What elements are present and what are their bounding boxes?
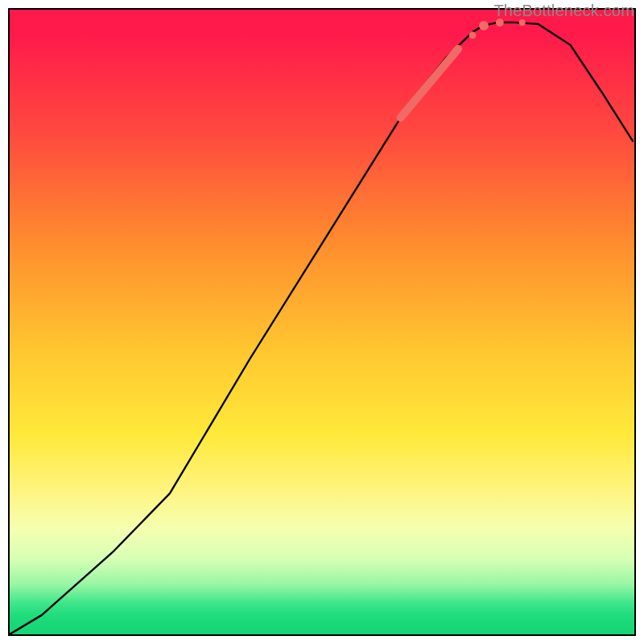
dot-4 <box>519 19 526 26</box>
dot-2 <box>479 21 489 31</box>
highlight-stroke <box>400 49 458 118</box>
watermark-text: TheBottleneck.com <box>493 2 634 20</box>
bottleneck-curve <box>10 23 633 634</box>
chart-svg <box>10 10 634 634</box>
chart-frame <box>8 8 636 636</box>
dot-1 <box>469 31 477 39</box>
